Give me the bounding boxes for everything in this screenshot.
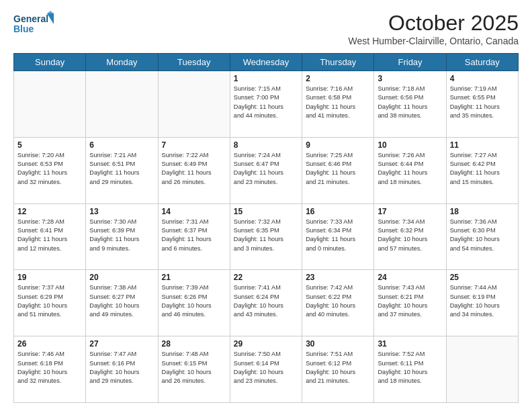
svg-marker-3 xyxy=(47,11,54,13)
col-thursday: Thursday xyxy=(302,54,374,71)
day-info: Sunrise: 7:36 AM Sunset: 6:30 PM Dayligh… xyxy=(450,218,515,253)
day-number: 2 xyxy=(306,74,370,83)
calendar-cell: 2Sunrise: 7:16 AM Sunset: 6:58 PM Daylig… xyxy=(302,71,374,138)
col-tuesday: Tuesday xyxy=(158,54,230,71)
col-sunday: Sunday xyxy=(14,54,86,71)
calendar-cell: 31Sunrise: 7:52 AM Sunset: 6:11 PM Dayli… xyxy=(374,336,446,403)
col-friday: Friday xyxy=(374,54,446,71)
calendar-table: Sunday Monday Tuesday Wednesday Thursday… xyxy=(13,53,519,403)
day-number: 28 xyxy=(162,339,226,349)
day-info: Sunrise: 7:37 AM Sunset: 6:29 PM Dayligh… xyxy=(17,283,82,319)
calendar-cell: 10Sunrise: 7:26 AM Sunset: 6:44 PM Dayli… xyxy=(374,137,446,203)
day-number: 24 xyxy=(378,273,442,282)
day-number: 17 xyxy=(378,207,442,216)
day-number: 26 xyxy=(17,339,82,349)
day-info: Sunrise: 7:44 AM Sunset: 6:19 PM Dayligh… xyxy=(450,283,515,319)
calendar-cell xyxy=(14,71,86,138)
logo-svg: General Blue xyxy=(13,11,54,36)
day-number: 21 xyxy=(162,273,226,282)
month-title: October 2025 xyxy=(349,11,519,36)
col-monday: Monday xyxy=(86,54,158,71)
day-number: 7 xyxy=(162,140,226,150)
calendar-cell: 13Sunrise: 7:30 AM Sunset: 6:39 PM Dayli… xyxy=(86,203,158,270)
day-number: 20 xyxy=(89,273,154,282)
day-info: Sunrise: 7:51 AM Sunset: 6:12 PM Dayligh… xyxy=(306,350,370,385)
day-number: 14 xyxy=(162,207,226,216)
day-info: Sunrise: 7:42 AM Sunset: 6:22 PM Dayligh… xyxy=(306,283,370,319)
calendar-cell: 4Sunrise: 7:19 AM Sunset: 6:55 PM Daylig… xyxy=(446,71,518,138)
day-info: Sunrise: 7:34 AM Sunset: 6:32 PM Dayligh… xyxy=(378,218,442,253)
calendar-cell: 14Sunrise: 7:31 AM Sunset: 6:37 PM Dayli… xyxy=(158,203,230,270)
calendar-cell: 15Sunrise: 7:32 AM Sunset: 6:35 PM Dayli… xyxy=(230,203,302,270)
header-row: Sunday Monday Tuesday Wednesday Thursday… xyxy=(14,54,519,71)
day-info: Sunrise: 7:22 AM Sunset: 6:49 PM Dayligh… xyxy=(162,151,226,187)
day-number: 13 xyxy=(89,207,154,216)
day-number: 15 xyxy=(234,207,298,216)
day-info: Sunrise: 7:24 AM Sunset: 6:47 PM Dayligh… xyxy=(234,151,298,187)
day-info: Sunrise: 7:43 AM Sunset: 6:21 PM Dayligh… xyxy=(378,283,442,319)
day-info: Sunrise: 7:48 AM Sunset: 6:15 PM Dayligh… xyxy=(162,350,226,385)
day-number: 18 xyxy=(450,207,515,216)
day-info: Sunrise: 7:27 AM Sunset: 6:42 PM Dayligh… xyxy=(450,151,515,187)
day-number: 12 xyxy=(17,207,82,216)
day-info: Sunrise: 7:31 AM Sunset: 6:37 PM Dayligh… xyxy=(162,218,226,253)
day-number: 10 xyxy=(378,140,442,150)
week-row-1: 1Sunrise: 7:15 AM Sunset: 7:00 PM Daylig… xyxy=(14,71,519,138)
col-saturday: Saturday xyxy=(446,54,518,71)
calendar-cell: 24Sunrise: 7:43 AM Sunset: 6:21 PM Dayli… xyxy=(374,270,446,336)
day-number: 27 xyxy=(89,339,154,349)
calendar-cell: 16Sunrise: 7:33 AM Sunset: 6:34 PM Dayli… xyxy=(302,203,374,270)
calendar-page: General Blue October 2025 West Humber-Cl… xyxy=(0,0,532,411)
day-number: 31 xyxy=(378,339,442,349)
week-row-4: 19Sunrise: 7:37 AM Sunset: 6:29 PM Dayli… xyxy=(14,270,519,336)
day-info: Sunrise: 7:47 AM Sunset: 6:16 PM Dayligh… xyxy=(89,350,154,385)
day-info: Sunrise: 7:50 AM Sunset: 6:14 PM Dayligh… xyxy=(234,350,298,385)
calendar-cell: 3Sunrise: 7:18 AM Sunset: 6:56 PM Daylig… xyxy=(374,71,446,138)
day-number: 30 xyxy=(306,339,370,349)
day-number: 19 xyxy=(17,273,82,282)
calendar-cell: 25Sunrise: 7:44 AM Sunset: 6:19 PM Dayli… xyxy=(446,270,518,336)
week-row-3: 12Sunrise: 7:28 AM Sunset: 6:41 PM Dayli… xyxy=(14,203,519,270)
calendar-cell: 26Sunrise: 7:46 AM Sunset: 6:18 PM Dayli… xyxy=(14,336,86,403)
day-number: 6 xyxy=(89,140,154,150)
day-number: 22 xyxy=(234,273,298,282)
calendar-cell: 20Sunrise: 7:38 AM Sunset: 6:27 PM Dayli… xyxy=(86,270,158,336)
day-number: 1 xyxy=(234,74,298,83)
header: General Blue October 2025 West Humber-Cl… xyxy=(13,11,519,46)
day-info: Sunrise: 7:26 AM Sunset: 6:44 PM Dayligh… xyxy=(378,151,442,187)
day-number: 4 xyxy=(450,74,515,83)
svg-text:Blue: Blue xyxy=(13,24,34,34)
day-number: 5 xyxy=(17,140,82,150)
calendar-cell xyxy=(446,336,518,403)
day-number: 16 xyxy=(306,207,370,216)
svg-text:General: General xyxy=(13,13,48,24)
calendar-cell: 23Sunrise: 7:42 AM Sunset: 6:22 PM Dayli… xyxy=(302,270,374,336)
day-number: 3 xyxy=(378,74,442,83)
day-info: Sunrise: 7:28 AM Sunset: 6:41 PM Dayligh… xyxy=(17,218,82,253)
day-info: Sunrise: 7:32 AM Sunset: 6:35 PM Dayligh… xyxy=(234,218,298,253)
day-number: 25 xyxy=(450,273,515,282)
day-info: Sunrise: 7:19 AM Sunset: 6:55 PM Dayligh… xyxy=(450,85,515,120)
calendar-cell: 29Sunrise: 7:50 AM Sunset: 6:14 PM Dayli… xyxy=(230,336,302,403)
day-info: Sunrise: 7:18 AM Sunset: 6:56 PM Dayligh… xyxy=(378,85,442,120)
day-info: Sunrise: 7:30 AM Sunset: 6:39 PM Dayligh… xyxy=(89,218,154,253)
day-info: Sunrise: 7:20 AM Sunset: 6:53 PM Dayligh… xyxy=(17,151,82,187)
col-wednesday: Wednesday xyxy=(230,54,302,71)
day-number: 11 xyxy=(450,140,515,150)
day-number: 9 xyxy=(306,140,370,150)
day-info: Sunrise: 7:46 AM Sunset: 6:18 PM Dayligh… xyxy=(17,350,82,385)
day-info: Sunrise: 7:25 AM Sunset: 6:46 PM Dayligh… xyxy=(306,151,370,187)
day-info: Sunrise: 7:39 AM Sunset: 6:26 PM Dayligh… xyxy=(162,283,226,319)
calendar-cell: 8Sunrise: 7:24 AM Sunset: 6:47 PM Daylig… xyxy=(230,137,302,203)
week-row-5: 26Sunrise: 7:46 AM Sunset: 6:18 PM Dayli… xyxy=(14,336,519,403)
day-info: Sunrise: 7:33 AM Sunset: 6:34 PM Dayligh… xyxy=(306,218,370,253)
calendar-cell: 18Sunrise: 7:36 AM Sunset: 6:30 PM Dayli… xyxy=(446,203,518,270)
calendar-cell: 12Sunrise: 7:28 AM Sunset: 6:41 PM Dayli… xyxy=(14,203,86,270)
day-info: Sunrise: 7:38 AM Sunset: 6:27 PM Dayligh… xyxy=(89,283,154,319)
calendar-cell: 30Sunrise: 7:51 AM Sunset: 6:12 PM Dayli… xyxy=(302,336,374,403)
location: West Humber-Clairville, Ontario, Canada xyxy=(349,36,519,46)
calendar-cell: 19Sunrise: 7:37 AM Sunset: 6:29 PM Dayli… xyxy=(14,270,86,336)
day-info: Sunrise: 7:41 AM Sunset: 6:24 PM Dayligh… xyxy=(234,283,298,319)
calendar-cell: 21Sunrise: 7:39 AM Sunset: 6:26 PM Dayli… xyxy=(158,270,230,336)
calendar-cell: 17Sunrise: 7:34 AM Sunset: 6:32 PM Dayli… xyxy=(374,203,446,270)
